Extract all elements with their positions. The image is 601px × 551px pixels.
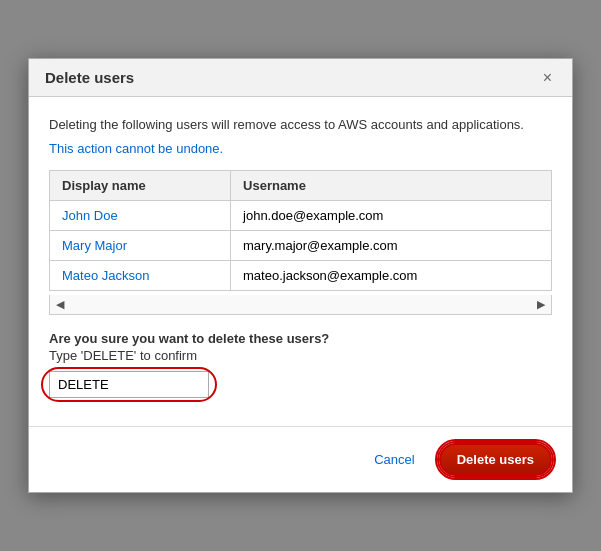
user-username: mateo.jackson@example.com xyxy=(231,260,552,290)
scroll-right-arrow[interactable]: ▶ xyxy=(537,298,545,311)
modal-title: Delete users xyxy=(45,69,134,86)
confirm-section: Are you sure you want to delete these us… xyxy=(49,331,552,398)
user-username: john.doe@example.com xyxy=(231,200,552,230)
cancel-button[interactable]: Cancel xyxy=(364,446,424,473)
table-row: Mateo Jacksonmateo.jackson@example.com xyxy=(50,260,552,290)
table-header-row: Display name Username xyxy=(50,170,552,200)
col-username: Username xyxy=(231,170,552,200)
delete-users-modal: Delete users × Deleting the following us… xyxy=(28,58,573,493)
delete-input-wrapper xyxy=(49,371,209,398)
user-display-name[interactable]: John Doe xyxy=(62,208,118,223)
modal-header: Delete users × xyxy=(29,59,572,97)
table-row: Mary Majormary.major@example.com xyxy=(50,230,552,260)
users-table: Display name Username John Doejohn.doe@e… xyxy=(49,170,552,291)
info-text: Deleting the following users will remove… xyxy=(49,115,552,135)
warning-text: This action cannot be undone. xyxy=(49,141,552,156)
modal-overlay: Delete users × Deleting the following us… xyxy=(0,0,601,551)
delete-confirm-input[interactable] xyxy=(49,371,209,398)
table-row: John Doejohn.doe@example.com xyxy=(50,200,552,230)
confirm-question: Are you sure you want to delete these us… xyxy=(49,331,552,346)
delete-button-wrapper: Delete users xyxy=(435,439,556,480)
user-display-name[interactable]: Mary Major xyxy=(62,238,127,253)
modal-footer: Cancel Delete users xyxy=(29,426,572,492)
user-display-name[interactable]: Mateo Jackson xyxy=(62,268,149,283)
confirm-instruction: Type 'DELETE' to confirm xyxy=(49,348,552,363)
close-button[interactable]: × xyxy=(539,70,556,86)
scroll-bar[interactable]: ◀ ▶ xyxy=(49,295,552,315)
user-username: mary.major@example.com xyxy=(231,230,552,260)
col-display-name: Display name xyxy=(50,170,231,200)
scroll-left-arrow[interactable]: ◀ xyxy=(56,298,64,311)
delete-users-button[interactable]: Delete users xyxy=(439,443,552,476)
modal-body: Deleting the following users will remove… xyxy=(29,97,572,426)
